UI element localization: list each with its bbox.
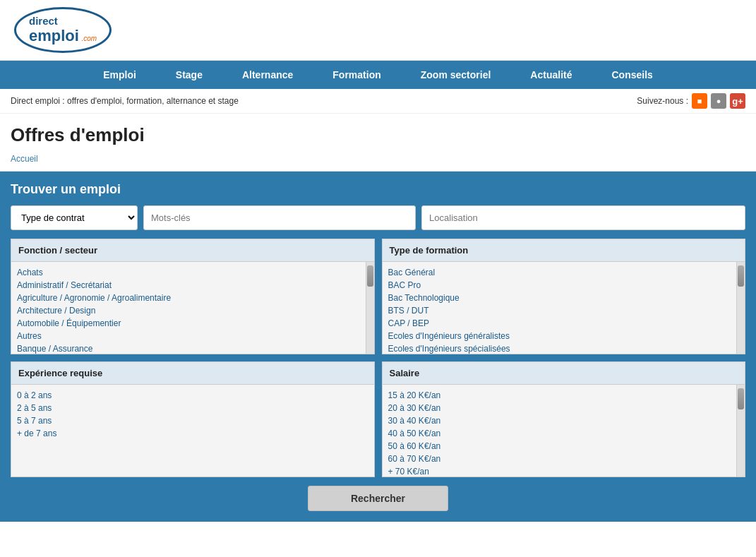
- list-item[interactable]: CAP / BEP: [388, 317, 740, 330]
- list-item[interactable]: BTS / DUT: [388, 304, 740, 317]
- filter-experience: Expérience requise 0 à 2 ans 2 à 5 ans 5…: [11, 361, 375, 477]
- list-item[interactable]: 40 à 50 K€/an: [388, 427, 740, 440]
- filter-fonction: Fonction / secteur Achats Administratif …: [11, 239, 375, 354]
- list-item[interactable]: 60 à 70 K€/an: [388, 453, 740, 465]
- search-row: Type de contrat CDI CDD Stage Alternance…: [11, 205, 745, 230]
- social-follow: Suivez-nous : ■ ● g+: [637, 93, 745, 109]
- logo-com: .com: [82, 35, 97, 42]
- search-button-row: Rechercher: [11, 486, 745, 511]
- suivez-nous-label: Suivez-nous :: [637, 96, 688, 106]
- list-item[interactable]: Automobile / Équipementier: [17, 317, 368, 330]
- breadcrumb-bar: Direct emploi : offres d'emploi, formati…: [0, 89, 756, 114]
- filter-formation-body: Bac Général BAC Pro Bac Technologique BT…: [383, 262, 745, 354]
- google-plus-icon[interactable]: g+: [730, 93, 745, 109]
- page-title-section: Offres d'emploi: [0, 114, 756, 150]
- nav-item-actualite[interactable]: Actualité: [510, 61, 592, 89]
- list-item[interactable]: + de 7 ans: [17, 427, 368, 440]
- search-button[interactable]: Rechercher: [308, 486, 448, 511]
- podcast-icon[interactable]: ●: [711, 93, 726, 109]
- list-item[interactable]: Ecoles d'Ingénieurs généralistes: [388, 330, 740, 342]
- main-nav: Emploi Stage Alternance Formation Zoom s…: [0, 61, 756, 89]
- filter-salaire-header: Salaire: [383, 362, 745, 385]
- nav-link-conseils[interactable]: Conseils: [592, 61, 672, 89]
- scrollbar-track[interactable]: [736, 385, 745, 477]
- list-item[interactable]: Architecture / Design: [17, 304, 368, 317]
- location-input[interactable]: [421, 205, 745, 230]
- nav-item-conseils[interactable]: Conseils: [592, 61, 672, 89]
- nav-link-actualite[interactable]: Actualité: [510, 61, 592, 89]
- scrollbar-track[interactable]: [366, 262, 374, 354]
- nav-item-formation[interactable]: Formation: [313, 61, 400, 89]
- list-item[interactable]: 30 à 40 K€/an: [388, 414, 740, 427]
- page-title: Offres d'emploi: [11, 124, 745, 146]
- filter-experience-body: 0 à 2 ans 2 à 5 ans 5 à 7 ans + de 7 ans: [11, 385, 374, 477]
- filter-salaire-body: 15 à 20 K€/an 20 à 30 K€/an 30 à 40 K€/a…: [383, 385, 745, 477]
- search-section-title: Trouver un emploi: [11, 182, 745, 197]
- list-item[interactable]: 0 à 2 ans: [17, 389, 368, 402]
- header: direct emploi .com: [0, 0, 756, 61]
- logo-emploi: emploi: [29, 27, 79, 44]
- nav-item-emploi[interactable]: Emploi: [83, 61, 156, 89]
- nav-link-alternance[interactable]: Alternance: [222, 61, 313, 89]
- filter-formation: Type de formation Bac Général BAC Pro Ba…: [382, 239, 746, 354]
- list-item[interactable]: Achats: [17, 266, 368, 279]
- main-content: Trouver un emploi Type de contrat CDI CD…: [0, 172, 756, 522]
- site-description: Direct emploi : offres d'emploi, formati…: [11, 96, 239, 106]
- logo-direct: direct: [29, 15, 58, 27]
- nav-item-stage[interactable]: Stage: [156, 61, 222, 89]
- filter-fonction-header: Fonction / secteur: [11, 239, 374, 262]
- list-item[interactable]: Ecoles d'Ingénieurs spécialisées: [388, 342, 740, 354]
- list-item[interactable]: 2 à 5 ans: [17, 402, 368, 414]
- breadcrumb-home-link[interactable]: Accueil: [11, 154, 38, 164]
- filter-fonction-list: Achats Administratif / Secrétariat Agric…: [11, 266, 374, 354]
- list-item[interactable]: Autres: [17, 330, 368, 342]
- nav-link-emploi[interactable]: Emploi: [83, 61, 156, 89]
- breadcrumb-nav: Accueil: [0, 150, 756, 172]
- filter-row-1: Fonction / secteur Achats Administratif …: [11, 239, 745, 354]
- filter-experience-list: 0 à 2 ans 2 à 5 ans 5 à 7 ans + de 7 ans: [11, 389, 374, 440]
- list-item[interactable]: BAC Pro: [388, 279, 740, 292]
- scrollbar-thumb: [738, 265, 744, 287]
- filter-fonction-body: Achats Administratif / Secrétariat Agric…: [11, 262, 374, 354]
- list-item[interactable]: 20 à 30 K€/an: [388, 402, 740, 414]
- filter-salaire: Salaire 15 à 20 K€/an 20 à 30 K€/an 30 à…: [382, 361, 746, 477]
- nav-list: Emploi Stage Alternance Formation Zoom s…: [0, 61, 756, 89]
- filter-formation-header: Type de formation: [383, 239, 745, 262]
- list-item[interactable]: Bac Technologique: [388, 292, 740, 304]
- list-item[interactable]: Agriculture / Agronomie / Agroalimentair…: [17, 292, 368, 304]
- list-item[interactable]: Bac Général: [388, 266, 740, 279]
- list-item[interactable]: Administratif / Secrétariat: [17, 279, 368, 292]
- nav-item-alternance[interactable]: Alternance: [222, 61, 313, 89]
- scrollbar-thumb: [367, 265, 373, 287]
- list-item[interactable]: Banque / Assurance: [17, 342, 368, 354]
- contract-type-select[interactable]: Type de contrat CDI CDD Stage Alternance…: [11, 205, 138, 230]
- nav-link-formation[interactable]: Formation: [313, 61, 400, 89]
- filter-formation-list: Bac Général BAC Pro Bac Technologique BT…: [383, 266, 745, 354]
- nav-link-stage[interactable]: Stage: [156, 61, 222, 89]
- filter-experience-header: Expérience requise: [11, 362, 374, 385]
- list-item[interactable]: + 70 K€/an: [388, 465, 740, 477]
- filter-salaire-list: 15 à 20 K€/an 20 à 30 K€/an 30 à 40 K€/a…: [383, 389, 745, 477]
- scrollbar-track[interactable]: [736, 262, 745, 354]
- list-item[interactable]: 50 à 60 K€/an: [388, 440, 740, 453]
- list-item[interactable]: 5 à 7 ans: [17, 414, 368, 427]
- nav-item-zoom[interactable]: Zoom sectoriel: [401, 61, 511, 89]
- filter-row-2: Expérience requise 0 à 2 ans 2 à 5 ans 5…: [11, 361, 745, 477]
- rss-icon[interactable]: ■: [692, 93, 707, 109]
- list-item[interactable]: 15 à 20 K€/an: [388, 389, 740, 402]
- logo[interactable]: direct emploi .com: [14, 7, 112, 53]
- nav-link-zoom[interactable]: Zoom sectoriel: [401, 61, 511, 89]
- scrollbar-thumb: [738, 388, 744, 409]
- keywords-input[interactable]: [143, 205, 416, 230]
